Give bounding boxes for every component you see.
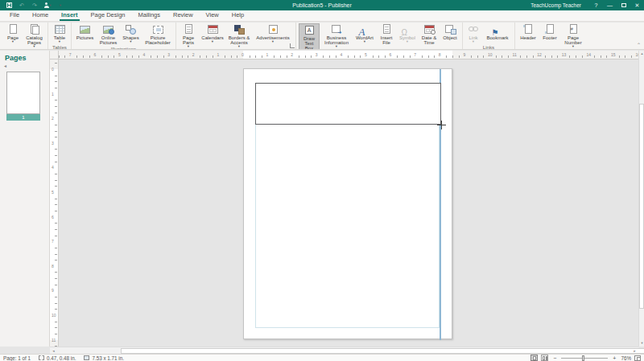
page-indicator[interactable]: Page: 1 of 1 bbox=[3, 355, 31, 361]
publication-page[interactable] bbox=[243, 68, 452, 339]
object-button[interactable]: Object bbox=[440, 23, 460, 43]
tab-page-design[interactable]: Page Design bbox=[85, 10, 132, 21]
ruler-number: 1 bbox=[266, 53, 269, 57]
ruler-tick bbox=[114, 55, 114, 58]
horizontal-ruler[interactable]: 7654321012345678910111213141516 bbox=[50, 51, 638, 59]
tab-help[interactable]: Help bbox=[225, 10, 250, 21]
ruler-tick bbox=[287, 55, 287, 58]
scroll-down-icon[interactable]: ▼ bbox=[639, 340, 644, 347]
scroll-up-icon[interactable]: ▲ bbox=[639, 51, 644, 57]
ruler-tick bbox=[255, 55, 256, 58]
object-position[interactable]: 0.47, 0.48 in. bbox=[39, 355, 76, 361]
online-pictures-button[interactable]: Online Pictures bbox=[97, 23, 119, 46]
document-workspace[interactable] bbox=[60, 59, 638, 347]
undo-button[interactable]: ↶ bbox=[18, 2, 26, 10]
ruler-tick bbox=[477, 55, 478, 58]
tab-file[interactable]: File bbox=[3, 10, 26, 21]
vertical-scrollbar[interactable]: ▲ ▼ bbox=[638, 51, 644, 347]
crosshair-cursor bbox=[437, 121, 446, 129]
tab-view[interactable]: View bbox=[200, 10, 225, 21]
draw-text-box-icon: A bbox=[303, 25, 316, 35]
collapse-panel-icon[interactable]: ◂ bbox=[0, 64, 49, 68]
tab-review[interactable]: Review bbox=[167, 10, 200, 21]
header-button[interactable]: Header bbox=[518, 23, 539, 43]
page-parts-button[interactable]: Page Parts ▾ bbox=[179, 23, 198, 49]
ruler-tick bbox=[200, 55, 200, 58]
ruler-tick bbox=[55, 285, 57, 285]
advertisements-icon bbox=[267, 24, 279, 35]
vertical-scroll-thumb[interactable] bbox=[639, 104, 644, 309]
page-thumbnail[interactable]: 1 bbox=[6, 72, 40, 121]
customize-qat-button[interactable]: ▾ bbox=[56, 2, 64, 10]
ruler-tick bbox=[601, 55, 601, 58]
ruler-tick bbox=[206, 55, 207, 58]
zoom-in-button[interactable]: + bbox=[611, 355, 617, 361]
two-page-spread-view-button[interactable] bbox=[541, 355, 548, 361]
draw-text-box-button[interactable]: A Draw Text Box bbox=[299, 23, 320, 50]
ruler-tick bbox=[336, 55, 336, 58]
page-button[interactable]: Page ▾ bbox=[4, 23, 22, 44]
catalog-pages-button[interactable]: Catalog Pages ▾ bbox=[23, 23, 45, 49]
tab-insert[interactable]: Insert bbox=[55, 10, 84, 21]
advertisements-button[interactable]: Advertisements ▾ bbox=[253, 23, 293, 44]
touch-mouse-mode-icon bbox=[43, 2, 49, 8]
ruler-tick bbox=[138, 55, 139, 58]
bookmark-button[interactable]: ⚑ Bookmark bbox=[483, 23, 512, 43]
single-page-view-button[interactable] bbox=[530, 355, 538, 361]
zoom-level[interactable]: 76% bbox=[621, 355, 631, 361]
ruler-tick bbox=[55, 254, 57, 255]
insert-file-button[interactable]: Insert File bbox=[378, 23, 395, 46]
close-button[interactable]: ✕ bbox=[630, 0, 644, 10]
wordart-icon: A bbox=[359, 24, 371, 35]
chevron-down-icon: ▾ bbox=[49, 4, 51, 7]
date-time-button[interactable]: Date & Time bbox=[419, 23, 439, 46]
redo-button[interactable]: ↷ bbox=[31, 2, 39, 10]
ruler-tick bbox=[76, 55, 77, 58]
horizontal-scrollbar[interactable]: ◄ ► bbox=[50, 347, 638, 354]
calendars-icon bbox=[207, 24, 219, 35]
borders-accents-button[interactable]: Borders & Accents ▾ bbox=[227, 23, 251, 49]
ruler-tick bbox=[428, 55, 429, 58]
calendars-button[interactable]: Calendars ▾ bbox=[200, 23, 225, 44]
fit-page-button[interactable] bbox=[634, 355, 641, 361]
zoom-out-button[interactable]: − bbox=[551, 355, 558, 361]
table-button[interactable]: Table ▾ bbox=[51, 23, 68, 44]
tab-mailings[interactable]: Mailings bbox=[132, 10, 167, 21]
ruler-tick bbox=[434, 55, 435, 58]
button-label: Date & Time bbox=[420, 35, 438, 45]
account-name[interactable]: TeachUcomp Teacher bbox=[530, 2, 581, 8]
picture-placeholder-button[interactable]: Picture Placeholder bbox=[142, 23, 173, 46]
pictures-button[interactable]: Pictures bbox=[74, 23, 96, 43]
ruler-tick bbox=[452, 55, 453, 58]
ruler-tick bbox=[502, 55, 502, 58]
object-size[interactable]: 7.53 x 1.71 in. bbox=[84, 355, 124, 361]
ruler-number: 5 bbox=[365, 53, 367, 57]
business-information-icon bbox=[331, 24, 343, 35]
page-number-icon bbox=[568, 24, 580, 35]
horizontal-scroll-thumb[interactable] bbox=[121, 348, 644, 354]
zoom-slider[interactable] bbox=[561, 355, 608, 361]
ruler-tick bbox=[354, 55, 355, 58]
wordart-button[interactable]: A WordArt ▾ bbox=[353, 23, 376, 44]
ruler-tick bbox=[545, 55, 546, 58]
drawn-text-box[interactable] bbox=[255, 83, 441, 125]
business-information-button[interactable]: Business Information ▾ bbox=[321, 23, 352, 49]
help-button[interactable]: ? bbox=[589, 0, 603, 10]
shapes-button[interactable]: Shapes ▾ bbox=[121, 23, 141, 44]
ribbon-group-building-blocks: Page Parts ▾ Calendars ▾ Borders & Accen… bbox=[175, 23, 295, 49]
tab-home[interactable]: Home bbox=[26, 10, 55, 21]
ruler-number: 4 bbox=[52, 166, 54, 170]
page-number-button[interactable]: Page Number ▾ bbox=[561, 23, 585, 49]
zoom-slider-thumb[interactable] bbox=[582, 355, 584, 361]
page-parts-icon bbox=[183, 24, 195, 35]
ruler-tick bbox=[520, 55, 521, 58]
collapse-ribbon-button[interactable]: ⌃ bbox=[637, 42, 641, 47]
touch-mouse-mode-button[interactable]: ▾ bbox=[43, 2, 52, 10]
vertical-ruler[interactable]: 01234567891011 bbox=[50, 59, 59, 347]
minimize-button[interactable]: — bbox=[603, 0, 617, 10]
building-blocks-dialog-launcher[interactable] bbox=[290, 43, 295, 48]
save-button[interactable] bbox=[5, 2, 13, 10]
footer-button[interactable]: Footer bbox=[540, 23, 559, 43]
maximize-button[interactable] bbox=[617, 0, 630, 10]
ruler-tick bbox=[55, 76, 57, 76]
